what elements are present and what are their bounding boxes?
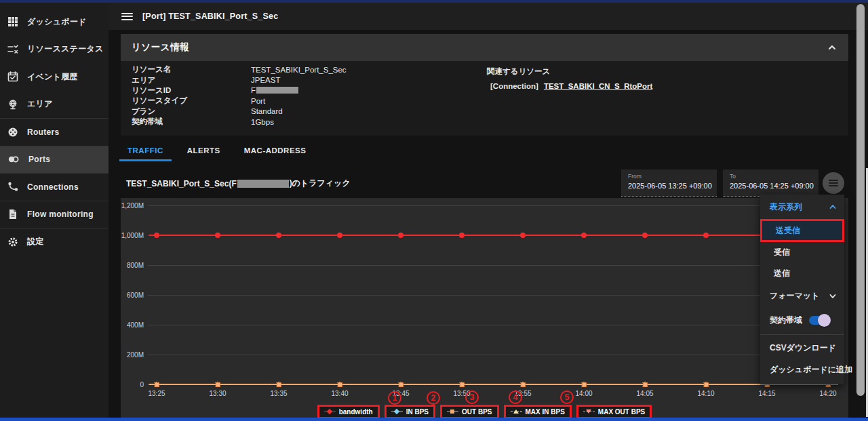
tab-mac-address[interactable]: MAC-ADDRESS [236,142,315,161]
related-resource-type: [Connection] [490,82,538,90]
chart-legend: bandwidthIN BPSOUT BPSMAX IN BPSMAX OUT … [121,405,848,419]
vertical-scrollbar-thumb[interactable] [856,4,865,396]
to-datetime-field[interactable]: To 2025-06-05 14:25 +09:00 [723,169,818,197]
sidebar-item-connections[interactable]: Connections [0,173,108,201]
legend-label: MAX IN BPS [526,408,565,416]
ports-icon [7,154,20,165]
legend-item-out-bps[interactable]: OUT BPS [440,405,498,419]
sidebar-item-label: エリア [27,98,53,110]
resource-field-label: リソースタイプ [132,96,251,106]
gridline [148,325,838,325]
related-resource-link[interactable]: TEST_SABIKI_CN_S_RtoPort [544,82,652,90]
data-point-marker [399,382,403,387]
tab-alerts[interactable]: ALERTS [179,142,229,161]
resource-status-icon [7,44,18,55]
menu-section-display-series[interactable]: 表示系列 [760,195,844,219]
sidebar-item-ダッシュボード[interactable]: ダッシュボード [0,8,108,36]
sidebar-item-label: リソースステータス [27,43,104,55]
y-axis-tick-label: 1,200M [121,202,144,209]
chart-title-prefix: TEST_SABIKI_Port_S_Sec(F [126,179,237,188]
resource-field-row: リソースIDF [132,85,347,96]
x-axis-tick-label: 13:40 [325,390,355,397]
gridline [148,205,838,206]
menu-option-送受信[interactable]: 送受信 [760,219,844,242]
chevron-up-icon [828,202,837,212]
menu-action-CSVダウンロード[interactable]: CSVダウンロード [760,337,844,359]
from-datetime-field[interactable]: From 2025-06-05 13:25 +09:00 [621,169,717,197]
sidebar-item-label: Ports [28,155,50,164]
menu-section-format[interactable]: フォーマット [760,284,844,308]
legend-item-max-out-bps[interactable]: MAX OUT BPS [576,405,652,419]
bandwidth-toggle-switch[interactable] [809,316,829,325]
gridline [148,265,838,266]
chart-title: TEST_SABIKI_Port_S_Sec(F )のトラフィック [126,178,351,189]
sidebar-item-label: 設定 [27,236,44,247]
legend-item-bandwidth[interactable]: bandwidth [317,405,380,419]
chart-options-hamburger-icon [829,180,838,186]
legend-marker-icon [447,409,458,415]
menu-option-送信[interactable]: 送信 [760,263,844,284]
resource-panel-body: リソース名TEST_SABIKI_Port_S_SecエリアJPEASTリソース… [121,61,848,136]
resource-field-row: エリアJPEAST [132,75,347,85]
sidebar-item-イベント履歴[interactable]: イベント履歴 [0,63,108,91]
resource-panel-header[interactable]: リソース情報 [121,34,848,61]
menu-option-受信[interactable]: 受信 [760,242,844,263]
resource-field-value: 1Gbps [251,118,274,126]
traffic-chart[interactable]: 1,200M1,000M800M600M400M200M013:2513:301… [121,198,848,418]
sidebar-item-label: Connections [27,182,79,192]
legend-marker-icon [324,409,336,415]
resource-field-row: リソース名TEST_SABIKI_Port_S_Sec [132,64,347,75]
bandwidth-toggle-label: 契約帯域 [770,315,802,326]
sidebar-item-label: Flow monitoring [27,209,94,219]
sidebar-item-エリア[interactable]: エリア [0,91,108,119]
resource-field-label: エリア [132,75,251,85]
tab-traffic[interactable]: TRAFFIC [119,142,172,161]
resource-field-row: 契約帯域1Gbps [132,117,347,127]
legend-label: IN BPS [406,408,429,416]
resource-panel-title: リソース情報 [132,41,189,54]
data-point-marker [398,233,403,238]
sidebar-item-ports[interactable]: Ports [0,146,108,174]
x-axis-tick-label: 13:30 [203,390,233,397]
page-title: [Port] TEST_SABIKI_Port_S_Sec [142,12,278,21]
resource-field-row: リソースタイプPort [132,96,347,106]
bottom-accent-strip [0,418,868,421]
y-axis-tick-label: 400M [121,321,144,329]
from-value[interactable]: 2025-06-05 13:25 +09:00 [628,182,710,190]
sidebar-item-routers[interactable]: Routers [0,118,108,146]
y-axis-tick-label: 0 [121,381,144,388]
toggle-knob [818,314,831,327]
sidebar-item-設定[interactable]: 設定 [0,228,108,256]
data-point-marker [276,233,281,238]
collapse-chevron-up-icon[interactable] [827,42,837,53]
legend-item-max-in-bps[interactable]: MAX IN BPS [504,405,572,419]
to-value[interactable]: 2025-06-05 14:25 +09:00 [730,182,812,190]
gridline [148,295,838,296]
data-point-marker [459,233,465,238]
menu-action-ダッシュボードに追加[interactable]: ダッシュボードに追加 [760,359,844,380]
sidebar-item-リソースステータス[interactable]: リソースステータス [0,36,108,64]
data-point-marker [581,233,587,238]
resource-field-row: プランStandard [132,106,347,117]
sidebar-item-flow-monitoring[interactable]: Flow monitoring [0,201,108,228]
data-point-marker [521,382,526,387]
data-point-marker [337,233,342,238]
annotation-number-circle: 1 [388,391,401,405]
resource-field-value: TEST_SABIKI_Port_S_Sec [251,66,347,74]
data-point-marker [155,382,159,387]
resource-fields: リソース名TEST_SABIKI_Port_S_SecエリアJPEASTリソース… [132,64,347,127]
settings-gear-icon [7,237,18,247]
display-series-label: 表示系列 [770,201,802,213]
y-axis-tick-label: 800M [121,262,144,269]
series-line-out-bps [149,384,838,385]
menu-icon[interactable] [121,13,133,20]
format-label: フォーマット [770,290,819,302]
y-axis-tick-label: 200M [121,351,144,359]
legend-item-in-bps[interactable]: IN BPS [384,405,435,419]
chart-options-button[interactable] [823,172,844,194]
dashboard-grid-icon [7,16,18,27]
x-axis-tick-label: 13:25 [142,390,172,397]
sidebar-item-label: Routers [27,127,59,137]
menu-divider [760,334,844,335]
app-header: [Port] TEST_SABIKI_Port_S_Sec [108,3,868,30]
